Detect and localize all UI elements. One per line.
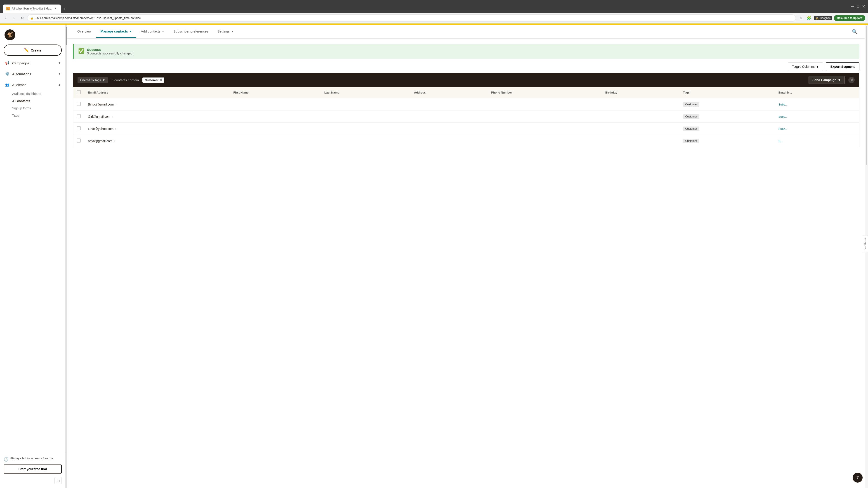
select-all-checkbox[interactable] [76, 90, 81, 94]
settings-chevron: ▼ [231, 30, 234, 33]
row-checkbox[interactable] [76, 126, 81, 130]
audience-sub-nav: Audience dashboard All contacts Signup f… [0, 90, 65, 119]
tab-overview[interactable]: Overview [73, 25, 96, 38]
status-cell: Subs... [775, 98, 859, 110]
create-button[interactable]: ✏️ Create [4, 44, 62, 56]
sidebar-item-campaigns[interactable]: 📢 Campaigns ▼ [0, 58, 65, 68]
email-header[interactable]: Email Address [84, 87, 230, 98]
incognito-icon: 🕵 [815, 17, 819, 20]
phone-cell [488, 98, 602, 110]
phone-header[interactable]: Phone Number [488, 87, 602, 98]
sidebar-footer: 🕐 89 days left to access a free trial. S… [0, 453, 65, 488]
incognito-label: Incognito [819, 17, 831, 20]
tab-settings[interactable]: Settings ▼ [213, 25, 238, 38]
nav-actions: ☆ 🧩 🕵 Incognito Relaunch to update [798, 15, 865, 21]
manage-contacts-label: Manage contacts [101, 29, 128, 33]
last-name-header[interactable]: Last Name [321, 87, 410, 98]
email-m-header[interactable]: Email M... [775, 87, 859, 98]
main-content: Overview Manage contacts ▼ Add contacts … [67, 25, 865, 488]
address-cell [410, 110, 488, 123]
feedback-button[interactable]: Feedback [862, 235, 868, 253]
automations-icon: ⚙️ [4, 71, 10, 76]
collapse-sidebar-button[interactable]: ◫ [55, 477, 62, 484]
sidebar-nav: 📢 Campaigns ▼ ⚙️ Automations ▼ 👥 Audienc… [0, 58, 65, 453]
filter-label: Filtered by Tags [80, 78, 101, 82]
window-maximize[interactable]: □ [857, 4, 859, 9]
row-expand-icon[interactable]: › [112, 115, 114, 119]
remove-tag-filter-button[interactable]: ✕ [160, 78, 162, 82]
birthday-cell [602, 135, 680, 147]
clock-icon: 🕐 [4, 457, 8, 462]
settings-label: Settings [217, 29, 230, 33]
search-button[interactable]: 🔍 [850, 25, 860, 38]
tag-cell: Customer [680, 123, 775, 135]
add-contacts-chevron: ▼ [162, 30, 164, 33]
tag-cell: Customer [680, 135, 775, 147]
main-scrollbar[interactable] [865, 25, 868, 488]
birthday-header[interactable]: Birthday [602, 87, 680, 98]
tab-subscriber-preferences[interactable]: Subscriber preferences [169, 25, 213, 38]
row-checkbox[interactable] [76, 102, 81, 106]
relaunch-button[interactable]: Relaunch to update [834, 15, 865, 21]
contacts-table: Email Address First Name Last Name Addre… [73, 87, 859, 147]
forward-button[interactable]: › [11, 15, 17, 21]
email-cell: Bingo@gmail.com › [84, 98, 230, 110]
tab-manage-contacts[interactable]: Manage contacts ▼ [96, 25, 136, 38]
row-expand-icon[interactable]: › [116, 103, 117, 106]
trial-text: 89 days left to access a free trial. [10, 457, 54, 460]
new-tab-button[interactable]: + [61, 5, 68, 13]
success-icon: ✅ [78, 48, 84, 54]
row-checkbox[interactable] [76, 114, 81, 118]
address-bar[interactable]: 🔒 us21.admin.mailchimp.com/lists/members… [27, 14, 796, 22]
row-expand-icon[interactable]: › [115, 127, 116, 131]
help-button[interactable]: ? [852, 473, 863, 483]
first-name-header[interactable]: First Name [230, 87, 321, 98]
top-nav-items: Overview Manage contacts ▼ Add contacts … [73, 25, 238, 38]
toggle-columns-button[interactable]: Toggle Columns ▼ [788, 62, 823, 71]
audience-label: Audience [12, 83, 26, 87]
checkbox-header [73, 87, 84, 98]
filter-chevron: ▼ [102, 78, 105, 82]
trial-description: to access a free trial. [27, 457, 54, 460]
row-expand-icon[interactable]: › [114, 139, 115, 143]
birthday-cell [602, 98, 680, 110]
sidebar-item-automations[interactable]: ⚙️ Automations ▼ [0, 68, 65, 79]
tags-header[interactable]: Tags [680, 87, 775, 98]
window-close[interactable]: ✕ [862, 4, 865, 9]
bookmark-button[interactable]: ☆ [798, 15, 804, 21]
last-name-cell [321, 98, 410, 110]
status-cell: Subs... [775, 123, 859, 135]
close-filter-button[interactable]: ✕ [848, 77, 855, 83]
sidebar-item-audience[interactable]: 👥 Audience ▲ [0, 79, 65, 90]
window-minimize[interactable]: ─ [851, 4, 854, 9]
campaigns-label: Campaigns [12, 61, 29, 65]
row-checkbox[interactable] [76, 138, 81, 142]
active-tag-label: Customer [145, 78, 158, 82]
ssl-lock-icon: 🔒 [30, 17, 33, 20]
sidebar-item-audience-dashboard[interactable]: Audience dashboard [12, 90, 65, 97]
filter-by-tags-button[interactable]: Filtered by Tags ▼ [78, 77, 108, 83]
reload-button[interactable]: ↻ [19, 15, 25, 21]
status-cell: S... [775, 135, 859, 147]
active-tab[interactable]: 🐒 All subscribers of Moodjoy | Ma... ✕ [3, 4, 61, 13]
send-campaign-button[interactable]: Send Campaign ▼ [809, 76, 845, 84]
tab-close-button[interactable]: ✕ [54, 7, 57, 10]
sidebar-scrollbar[interactable] [66, 25, 67, 488]
back-button[interactable]: ‹ [3, 15, 9, 21]
email-value: Bingo@gmail.com [88, 103, 114, 106]
sidebar-item-signup-forms[interactable]: Signup forms [12, 105, 65, 112]
address-cell [410, 123, 488, 135]
export-segment-button[interactable]: Export Segment [826, 62, 860, 71]
extensions-button[interactable]: 🧩 [806, 15, 812, 21]
trial-days: 89 days left [10, 457, 26, 460]
sidebar-item-tags[interactable]: Tags [12, 112, 65, 119]
tab-add-contacts[interactable]: Add contacts ▼ [136, 25, 169, 38]
table-header: Email Address First Name Last Name Addre… [73, 87, 859, 98]
tags-label: Tags [12, 113, 19, 117]
address-header[interactable]: Address [410, 87, 488, 98]
tab-title: All subscribers of Moodjoy | Ma... [12, 7, 52, 10]
sidebar-item-all-contacts[interactable]: All contacts [12, 97, 65, 105]
feedback-tab-area: Feedback [862, 235, 868, 253]
start-trial-button[interactable]: Start your free trial [4, 464, 62, 474]
all-contacts-label: All contacts [12, 99, 30, 103]
